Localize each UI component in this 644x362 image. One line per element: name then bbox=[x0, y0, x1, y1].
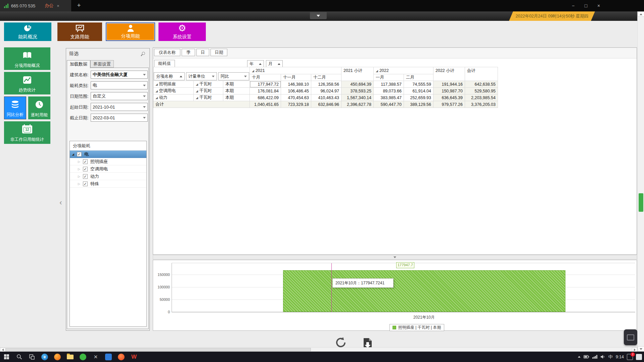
vertical-scrollbar[interactable] bbox=[637, 11, 644, 352]
filter-chip-meter-name[interactable]: 仪表名称 bbox=[154, 49, 180, 56]
cell-total[interactable]: 3,376,205.03 bbox=[465, 101, 498, 108]
checkbox-checked[interactable]: ✓ bbox=[83, 182, 88, 186]
collapsed-icon[interactable]: ▷ bbox=[78, 160, 80, 163]
toolbar-tile-branch-energy[interactable]: 支路用能 bbox=[57, 23, 102, 41]
scroll-up-button[interactable] bbox=[638, 11, 644, 17]
value-chip-energy-value[interactable]: 能耗值 bbox=[154, 60, 175, 67]
cell[interactable]: 106,486.45 bbox=[281, 88, 311, 94]
cell-total[interactable]: 632,846.96 bbox=[311, 101, 341, 108]
col-group-2022[interactable]: ◢2022 bbox=[374, 67, 433, 74]
cell[interactable]: 117,388.57 bbox=[374, 81, 404, 88]
sidebar-tile-yoy-analysis-selected[interactable]: 同比分析 bbox=[4, 96, 26, 119]
cell[interactable]: 89,073.66 bbox=[374, 88, 404, 94]
cell[interactable]: 686,422.09 bbox=[250, 94, 281, 101]
tab-ui-settings[interactable]: 界面设置 bbox=[90, 60, 114, 68]
pulldown-handle[interactable] bbox=[310, 12, 327, 19]
row-field-chip-unit[interactable]: 计量单位 bbox=[186, 72, 217, 80]
cell-total[interactable]: 2,203,985.54 bbox=[465, 94, 498, 101]
network-icon[interactable] bbox=[592, 355, 597, 359]
row-field-chip-yoy[interactable]: 同比 bbox=[218, 72, 249, 80]
cell[interactable]: 61,914.04 bbox=[404, 88, 433, 94]
cell[interactable]: 74,555.59 bbox=[404, 81, 433, 88]
cell[interactable]: 252,659.93 bbox=[404, 94, 433, 101]
hidden-icons-chevron[interactable] bbox=[578, 356, 581, 358]
floating-widget[interactable] bbox=[624, 329, 637, 345]
taskbar-app-orange[interactable] bbox=[115, 352, 128, 362]
col-header-oct[interactable]: 十月 bbox=[250, 74, 281, 81]
tree-item-ac[interactable]: ▷ ✓ 空调用电 bbox=[70, 165, 146, 173]
cell-subtotal[interactable]: 378,593.25 bbox=[341, 88, 374, 94]
cell-selected[interactable]: 177,947.72 bbox=[250, 81, 281, 88]
sidebar-collapse-handle[interactable]: ‹ bbox=[58, 195, 64, 210]
taskbar-app-firefox[interactable] bbox=[51, 352, 64, 362]
maximize-button[interactable]: □ bbox=[580, 0, 592, 11]
cell-subtotal[interactable]: 191,944.16 bbox=[433, 81, 465, 88]
checkbox-checked[interactable]: ✓ bbox=[83, 167, 88, 171]
tree-item-power[interactable]: ▷ ✓ 动力 bbox=[70, 173, 146, 180]
col-header-jan[interactable]: 一月 bbox=[374, 74, 404, 81]
col-header-nov[interactable]: 十一月 bbox=[281, 74, 311, 81]
collapsed-icon[interactable]: ▷ bbox=[78, 182, 80, 186]
filter-chip-quarter[interactable]: 季 bbox=[182, 49, 195, 56]
cell[interactable]: 470,454.63 bbox=[281, 94, 311, 101]
col-header-feb[interactable]: 二月 bbox=[404, 74, 433, 81]
cell-subtotal[interactable]: 636,645.39 bbox=[433, 94, 465, 101]
toolbar-tile-energy-overview[interactable]: 能耗概况 bbox=[4, 23, 51, 41]
collapsed-icon[interactable]: ▷ bbox=[78, 167, 80, 171]
cell[interactable]: 96,024.97 bbox=[311, 88, 341, 94]
cell-total[interactable]: 642,638.55 bbox=[465, 81, 498, 88]
energy-type-select[interactable]: 电 bbox=[91, 81, 148, 89]
tree-item-special[interactable]: ▷ ✓ 特殊 bbox=[70, 180, 146, 188]
start-button[interactable] bbox=[0, 352, 13, 362]
tab-load-data[interactable]: 加载数据 bbox=[67, 60, 90, 68]
row-header-lighting[interactable]: ◢ 照明插座 bbox=[153, 81, 194, 88]
checkbox-checked[interactable]: ✓ bbox=[77, 152, 82, 157]
taskbar-app-wps[interactable]: W bbox=[128, 352, 140, 362]
cell[interactable]: 146,388.10 bbox=[281, 81, 311, 88]
action-center-icon[interactable] bbox=[636, 354, 642, 360]
scrollbar-thumb[interactable] bbox=[639, 193, 643, 212]
minimize-button[interactable]: − bbox=[567, 0, 580, 11]
row-field-chip-category[interactable]: 分项名称 bbox=[154, 72, 185, 80]
new-tab-button[interactable]: + bbox=[74, 0, 84, 11]
close-button[interactable]: × bbox=[592, 0, 605, 11]
row-unit[interactable]: ◢ 千瓦时 bbox=[194, 81, 223, 88]
checkbox-checked[interactable]: ✓ bbox=[83, 174, 88, 179]
row-scope[interactable]: 本期 bbox=[223, 81, 250, 88]
notification-icon[interactable]: 2 bbox=[627, 354, 633, 360]
date-range-select[interactable]: 自定义 bbox=[91, 92, 148, 100]
taskbar-clock[interactable]: 9:14 bbox=[616, 355, 624, 359]
row-scope[interactable]: 本期 bbox=[223, 94, 250, 101]
cell[interactable]: 410,463.43 bbox=[311, 94, 341, 101]
taskbar-app-x[interactable]: ✕ bbox=[89, 352, 102, 362]
tree-item-lighting[interactable]: ▷ ✓ 照明插座 bbox=[70, 158, 146, 165]
horizontal-scrollbar[interactable] bbox=[0, 347, 637, 352]
tree-item-electric[interactable]: ◢ ✓ 电 bbox=[70, 151, 146, 158]
cell-subtotal[interactable]: 450,694.39 bbox=[341, 81, 374, 88]
sort-chip-year[interactable]: 年 bbox=[247, 60, 264, 68]
expand-icon[interactable]: ◢ bbox=[72, 153, 74, 156]
cell-total[interactable]: 590,447.70 bbox=[374, 101, 404, 108]
row-header-power[interactable]: ◢ 动力 bbox=[153, 94, 194, 101]
bar-lighting-oct2021[interactable] bbox=[283, 270, 565, 312]
taskbar-app-file-explorer[interactable] bbox=[64, 352, 77, 362]
checkbox-checked[interactable]: ✓ bbox=[83, 159, 88, 164]
cell-subtotal[interactable]: 150,987.70 bbox=[433, 88, 465, 94]
cell-total[interactable]: 723,329.18 bbox=[281, 101, 311, 108]
scrollbar-thumb[interactable] bbox=[6, 348, 311, 351]
col-group-2021[interactable]: ◢2021 bbox=[250, 67, 341, 74]
volume-icon[interactable] bbox=[600, 355, 605, 359]
cell-total[interactable]: 2,396,627.78 bbox=[341, 101, 374, 108]
cell[interactable]: 176,081.84 bbox=[250, 88, 281, 94]
cell-total[interactable]: 529,580.95 bbox=[465, 88, 498, 94]
pin-icon[interactable] bbox=[140, 51, 146, 57]
row-unit[interactable]: ◢ 千瓦时 bbox=[194, 88, 223, 94]
collapsed-icon[interactable]: ▷ bbox=[78, 175, 80, 178]
taskbar-app-green[interactable] bbox=[77, 352, 89, 362]
col-subtotal-2021[interactable]: 2021 小计 bbox=[341, 67, 374, 81]
sort-chip-month[interactable]: 月 bbox=[266, 60, 283, 68]
sidebar-tile-nonworkday-statistics[interactable]: 12 非工作日用能统计 bbox=[4, 121, 50, 144]
cell[interactable]: 126,358.56 bbox=[311, 81, 341, 88]
task-view-button[interactable] bbox=[26, 352, 38, 362]
building-name-select[interactable]: 中美信托金融大厦 bbox=[91, 71, 148, 79]
